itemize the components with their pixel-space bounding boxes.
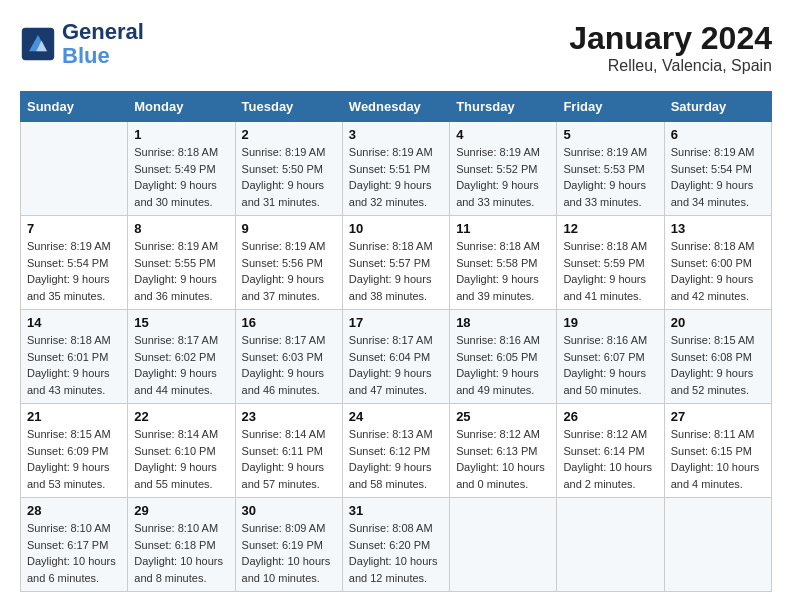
day-number: 9 <box>242 221 336 236</box>
calendar-cell: 16Sunrise: 8:17 AMSunset: 6:03 PMDayligh… <box>235 310 342 404</box>
calendar-cell: 6Sunrise: 8:19 AMSunset: 5:54 PMDaylight… <box>664 122 771 216</box>
calendar-cell: 1Sunrise: 8:18 AMSunset: 5:49 PMDaylight… <box>128 122 235 216</box>
day-info: Sunrise: 8:16 AMSunset: 6:05 PMDaylight:… <box>456 332 550 398</box>
header-wednesday: Wednesday <box>342 92 449 122</box>
calendar-cell: 2Sunrise: 8:19 AMSunset: 5:50 PMDaylight… <box>235 122 342 216</box>
day-number: 18 <box>456 315 550 330</box>
calendar-cell: 5Sunrise: 8:19 AMSunset: 5:53 PMDaylight… <box>557 122 664 216</box>
calendar-cell: 12Sunrise: 8:18 AMSunset: 5:59 PMDayligh… <box>557 216 664 310</box>
header-tuesday: Tuesday <box>235 92 342 122</box>
calendar-table: Sunday Monday Tuesday Wednesday Thursday… <box>20 91 772 592</box>
calendar-cell: 14Sunrise: 8:18 AMSunset: 6:01 PMDayligh… <box>21 310 128 404</box>
calendar-cell: 29Sunrise: 8:10 AMSunset: 6:18 PMDayligh… <box>128 498 235 592</box>
calendar-cell: 3Sunrise: 8:19 AMSunset: 5:51 PMDaylight… <box>342 122 449 216</box>
header-sunday: Sunday <box>21 92 128 122</box>
day-info: Sunrise: 8:14 AMSunset: 6:10 PMDaylight:… <box>134 426 228 492</box>
day-info: Sunrise: 8:12 AMSunset: 6:14 PMDaylight:… <box>563 426 657 492</box>
title-block: January 2024 Relleu, Valencia, Spain <box>569 20 772 75</box>
day-info: Sunrise: 8:19 AMSunset: 5:51 PMDaylight:… <box>349 144 443 210</box>
day-info: Sunrise: 8:19 AMSunset: 5:50 PMDaylight:… <box>242 144 336 210</box>
calendar-cell: 28Sunrise: 8:10 AMSunset: 6:17 PMDayligh… <box>21 498 128 592</box>
day-number: 24 <box>349 409 443 424</box>
calendar-cell: 15Sunrise: 8:17 AMSunset: 6:02 PMDayligh… <box>128 310 235 404</box>
day-number: 25 <box>456 409 550 424</box>
day-info: Sunrise: 8:14 AMSunset: 6:11 PMDaylight:… <box>242 426 336 492</box>
calendar-cell: 26Sunrise: 8:12 AMSunset: 6:14 PMDayligh… <box>557 404 664 498</box>
page-header: GeneralBlue January 2024 Relleu, Valenci… <box>20 20 772 75</box>
calendar-cell: 10Sunrise: 8:18 AMSunset: 5:57 PMDayligh… <box>342 216 449 310</box>
day-number: 11 <box>456 221 550 236</box>
day-info: Sunrise: 8:15 AMSunset: 6:08 PMDaylight:… <box>671 332 765 398</box>
day-number: 3 <box>349 127 443 142</box>
day-number: 13 <box>671 221 765 236</box>
day-number: 16 <box>242 315 336 330</box>
day-info: Sunrise: 8:10 AMSunset: 6:18 PMDaylight:… <box>134 520 228 586</box>
day-number: 28 <box>27 503 121 518</box>
day-number: 19 <box>563 315 657 330</box>
calendar-cell <box>664 498 771 592</box>
weekday-header-row: Sunday Monday Tuesday Wednesday Thursday… <box>21 92 772 122</box>
day-info: Sunrise: 8:18 AMSunset: 5:58 PMDaylight:… <box>456 238 550 304</box>
day-number: 1 <box>134 127 228 142</box>
day-info: Sunrise: 8:19 AMSunset: 5:55 PMDaylight:… <box>134 238 228 304</box>
location-title: Relleu, Valencia, Spain <box>569 57 772 75</box>
calendar-cell: 8Sunrise: 8:19 AMSunset: 5:55 PMDaylight… <box>128 216 235 310</box>
day-number: 20 <box>671 315 765 330</box>
day-info: Sunrise: 8:19 AMSunset: 5:56 PMDaylight:… <box>242 238 336 304</box>
day-info: Sunrise: 8:18 AMSunset: 5:57 PMDaylight:… <box>349 238 443 304</box>
calendar-cell: 31Sunrise: 8:08 AMSunset: 6:20 PMDayligh… <box>342 498 449 592</box>
day-number: 5 <box>563 127 657 142</box>
calendar-cell: 21Sunrise: 8:15 AMSunset: 6:09 PMDayligh… <box>21 404 128 498</box>
day-info: Sunrise: 8:18 AMSunset: 6:00 PMDaylight:… <box>671 238 765 304</box>
day-number: 27 <box>671 409 765 424</box>
calendar-cell: 4Sunrise: 8:19 AMSunset: 5:52 PMDaylight… <box>450 122 557 216</box>
calendar-cell: 17Sunrise: 8:17 AMSunset: 6:04 PMDayligh… <box>342 310 449 404</box>
day-number: 17 <box>349 315 443 330</box>
day-number: 31 <box>349 503 443 518</box>
day-info: Sunrise: 8:08 AMSunset: 6:20 PMDaylight:… <box>349 520 443 586</box>
day-number: 21 <box>27 409 121 424</box>
day-info: Sunrise: 8:15 AMSunset: 6:09 PMDaylight:… <box>27 426 121 492</box>
calendar-week-row: 14Sunrise: 8:18 AMSunset: 6:01 PMDayligh… <box>21 310 772 404</box>
month-title: January 2024 <box>569 20 772 57</box>
calendar-cell: 20Sunrise: 8:15 AMSunset: 6:08 PMDayligh… <box>664 310 771 404</box>
calendar-cell <box>450 498 557 592</box>
day-number: 26 <box>563 409 657 424</box>
day-number: 7 <box>27 221 121 236</box>
day-info: Sunrise: 8:19 AMSunset: 5:54 PMDaylight:… <box>27 238 121 304</box>
calendar-cell: 27Sunrise: 8:11 AMSunset: 6:15 PMDayligh… <box>664 404 771 498</box>
day-info: Sunrise: 8:18 AMSunset: 5:59 PMDaylight:… <box>563 238 657 304</box>
calendar-cell: 24Sunrise: 8:13 AMSunset: 6:12 PMDayligh… <box>342 404 449 498</box>
day-info: Sunrise: 8:18 AMSunset: 5:49 PMDaylight:… <box>134 144 228 210</box>
day-info: Sunrise: 8:11 AMSunset: 6:15 PMDaylight:… <box>671 426 765 492</box>
day-number: 10 <box>349 221 443 236</box>
calendar-week-row: 1Sunrise: 8:18 AMSunset: 5:49 PMDaylight… <box>21 122 772 216</box>
calendar-cell: 25Sunrise: 8:12 AMSunset: 6:13 PMDayligh… <box>450 404 557 498</box>
calendar-week-row: 21Sunrise: 8:15 AMSunset: 6:09 PMDayligh… <box>21 404 772 498</box>
day-number: 22 <box>134 409 228 424</box>
day-number: 4 <box>456 127 550 142</box>
calendar-cell: 30Sunrise: 8:09 AMSunset: 6:19 PMDayligh… <box>235 498 342 592</box>
logo-icon <box>20 26 56 62</box>
day-number: 2 <box>242 127 336 142</box>
day-number: 29 <box>134 503 228 518</box>
calendar-cell <box>21 122 128 216</box>
calendar-cell: 9Sunrise: 8:19 AMSunset: 5:56 PMDaylight… <box>235 216 342 310</box>
calendar-cell: 13Sunrise: 8:18 AMSunset: 6:00 PMDayligh… <box>664 216 771 310</box>
day-number: 12 <box>563 221 657 236</box>
day-info: Sunrise: 8:17 AMSunset: 6:02 PMDaylight:… <box>134 332 228 398</box>
day-info: Sunrise: 8:10 AMSunset: 6:17 PMDaylight:… <box>27 520 121 586</box>
calendar-cell: 11Sunrise: 8:18 AMSunset: 5:58 PMDayligh… <box>450 216 557 310</box>
calendar-cell <box>557 498 664 592</box>
header-friday: Friday <box>557 92 664 122</box>
day-info: Sunrise: 8:17 AMSunset: 6:03 PMDaylight:… <box>242 332 336 398</box>
day-info: Sunrise: 8:19 AMSunset: 5:52 PMDaylight:… <box>456 144 550 210</box>
day-number: 30 <box>242 503 336 518</box>
day-number: 6 <box>671 127 765 142</box>
calendar-cell: 7Sunrise: 8:19 AMSunset: 5:54 PMDaylight… <box>21 216 128 310</box>
day-number: 14 <box>27 315 121 330</box>
day-info: Sunrise: 8:09 AMSunset: 6:19 PMDaylight:… <box>242 520 336 586</box>
day-info: Sunrise: 8:19 AMSunset: 5:53 PMDaylight:… <box>563 144 657 210</box>
calendar-week-row: 28Sunrise: 8:10 AMSunset: 6:17 PMDayligh… <box>21 498 772 592</box>
day-info: Sunrise: 8:19 AMSunset: 5:54 PMDaylight:… <box>671 144 765 210</box>
